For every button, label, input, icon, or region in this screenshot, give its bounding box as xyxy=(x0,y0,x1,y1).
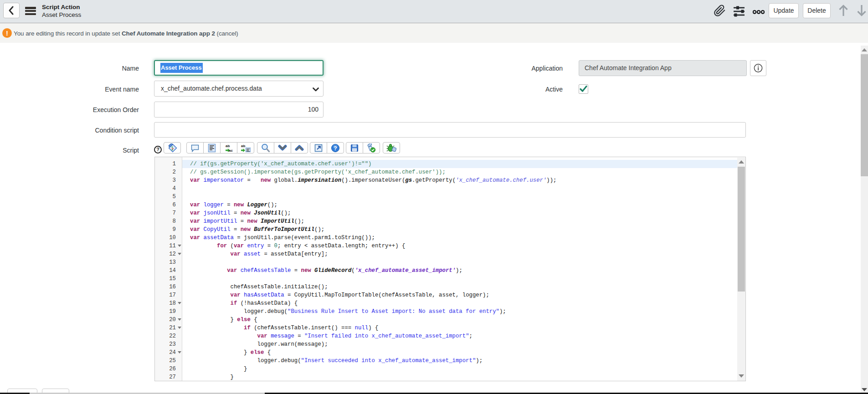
svg-text:?: ? xyxy=(334,145,337,152)
svg-text:ab: ab xyxy=(226,144,230,148)
svg-text:ab: ab xyxy=(241,144,245,148)
svg-text:ac: ac xyxy=(229,148,233,153)
